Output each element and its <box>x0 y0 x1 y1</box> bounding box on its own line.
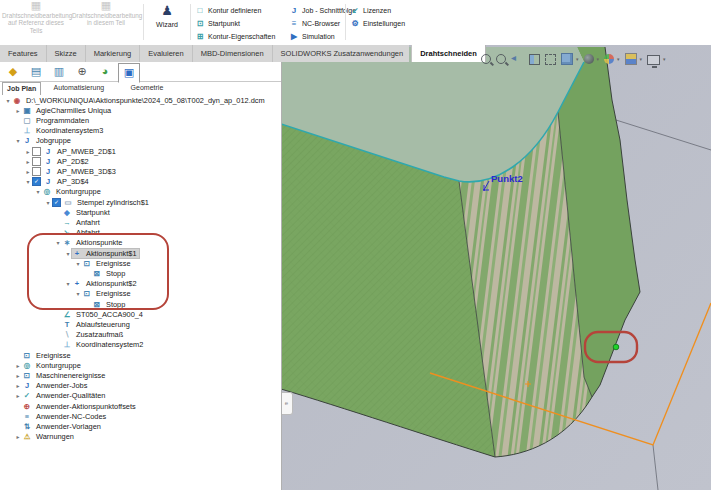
punkt2-point[interactable] <box>483 189 485 191</box>
job-tool-item[interactable]: ▶Simulation <box>289 32 335 44</box>
expander-icon[interactable]: ▾ <box>34 188 42 195</box>
tree-item-maschinenereignisse[interactable]: ▸⊡Maschinenereignisse <box>0 370 281 380</box>
dropdown-caret-icon[interactable]: ▾ <box>597 56 600 62</box>
dropdown-caret-icon[interactable]: ▾ <box>617 56 620 62</box>
dropdown-caret-icon[interactable]: ▾ <box>576 56 579 62</box>
graphics-viewport[interactable]: ▾▾▾▾▾ <box>281 45 711 490</box>
zoom-fit-icon[interactable] <box>481 54 491 64</box>
scene-icon[interactable] <box>625 53 637 65</box>
zoom-area-icon[interactable] <box>496 54 506 64</box>
ribbon-tab-solidworks-zusatzanwendungen[interactable]: SOLIDWORKS Zusatzanwendungen <box>273 45 413 62</box>
expander-icon[interactable]: ▾ <box>4 97 12 104</box>
tree-item-ereignisse[interactable]: ⊡Ereignisse <box>0 350 281 360</box>
tree-item-anfahrt[interactable]: →Anfahrt <box>0 217 281 227</box>
expander-icon[interactable]: ▸ <box>14 362 22 369</box>
expander-icon[interactable]: ▾ <box>44 199 52 206</box>
tree-checkbox[interactable]: ✓ <box>52 198 61 207</box>
cam-tree-icon[interactable]: ▣ <box>118 63 140 83</box>
tree-item-st050-acca900-4[interactable]: ∠ST050_ACCA900_4 <box>0 309 281 319</box>
tree-checkbox[interactable]: ✓ <box>32 177 41 186</box>
expander-icon[interactable]: ▸ <box>14 433 22 440</box>
expander-icon[interactable]: ▾ <box>14 137 22 144</box>
propertymanager-icon[interactable]: ▤ <box>26 63 46 80</box>
expander-icon[interactable]: ▾ <box>74 260 82 267</box>
expander-icon[interactable]: ▾ <box>64 250 72 257</box>
dropdown-caret-icon[interactable]: ▾ <box>663 56 666 62</box>
subtab-geometrie[interactable]: Geometrie <box>127 82 168 94</box>
tree-item-koordinatensystem3[interactable]: ⊥Koordinatensystem3 <box>0 126 281 136</box>
expander-icon[interactable]: ▸ <box>14 107 22 114</box>
tree-item-anwender-jobs[interactable]: ▸JAnwender-Jobs <box>0 381 281 391</box>
misc-tool-item[interactable]: ⚙Einstellungen <box>350 19 405 31</box>
action-point-marker[interactable] <box>613 344 619 350</box>
expander-icon[interactable]: ▸ <box>14 382 22 389</box>
dimxpert-icon[interactable]: ⊕ <box>72 63 92 80</box>
view-orientation-icon[interactable] <box>561 53 573 65</box>
expander-icon[interactable]: ▾ <box>54 239 62 246</box>
contour-tool-item[interactable]: ⊡Startpunkt <box>195 19 240 31</box>
tree-item-d-work-uniqua-aktionspunkte-2024-05-08-t[interactable]: ▾◉D:\_WORK\UNIQUA\Aktionspunkte\2024_05_… <box>0 95 281 105</box>
previous-view-icon[interactable] <box>511 52 524 65</box>
job-tool-item[interactable]: JJob - Schnittfolge <box>289 6 356 18</box>
subtab-automatisierung[interactable]: Automatisierung <box>50 82 109 94</box>
tree-item-stempel-zylindrisch-1[interactable]: ▾✓▭Stempel zylindrisch$1 <box>0 197 281 207</box>
tree-item-konturgruppe[interactable]: ▸◎Konturgruppe <box>0 360 281 370</box>
expander-icon[interactable]: ▾ <box>64 280 72 287</box>
tree-item-konturgruppe[interactable]: ▾◎Konturgruppe <box>0 187 281 197</box>
expander-icon[interactable]: ▸ <box>14 372 22 379</box>
tree-item-anwender-nc-codes[interactable]: ≡Anwender-NC-Codes <box>0 411 281 421</box>
ribbon-tab-drahtschneiden[interactable]: Drahtschneiden <box>412 45 486 62</box>
tree-item-ap-2d-2[interactable]: ▸JAP_2D$2 <box>0 156 281 166</box>
wirecut-in-part-button[interactable]: ▦ Drahtschneidbearbeitung in diesem Teil <box>72 2 140 27</box>
wirecut-on-reference-button[interactable]: ▦ Drahtschneidbearbeitung auf Referenz d… <box>2 2 70 34</box>
tree-item-jobgruppe[interactable]: ▾JJobgruppe <box>0 136 281 146</box>
tree-item-aktionspunkte[interactable]: ▾∗Aktionspunkte <box>0 238 281 248</box>
tree-item-abfahrt[interactable]: ↘Abfahrt <box>0 228 281 238</box>
expander-icon[interactable]: ▸ <box>24 158 32 165</box>
configurationmanager-icon[interactable]: ▥ <box>49 63 69 80</box>
tree-item-anwender-aktionspunktoffsets[interactable]: ⊕Anwender-Aktionspunktoffsets <box>0 401 281 411</box>
view-settings-icon[interactable] <box>647 55 660 65</box>
tree-item-anwender-qualit-ten[interactable]: ▸✓Anwender-Qualitäten <box>0 391 281 401</box>
tree-item-ap-mweb-2d-1[interactable]: ▸JAP_MWEB_2D$1 <box>0 146 281 156</box>
expander-icon[interactable]: ▸ <box>24 168 32 175</box>
dropdown-caret-icon[interactable]: ▾ <box>640 56 643 62</box>
contour-tool-item[interactable]: ⊞Kontur-Eigenschaften <box>195 32 275 44</box>
tree-item-warnungen[interactable]: ▸⚠Warnungen <box>0 432 281 442</box>
tree-item-ereignisse[interactable]: ▾⊡Ereignisse <box>0 289 281 299</box>
job-tool-item[interactable]: ≡NC-Browser <box>289 19 340 31</box>
expander-icon[interactable]: ▸ <box>14 392 22 399</box>
tree-checkbox[interactable] <box>32 157 41 166</box>
ribbon-tab-features[interactable]: Features <box>0 45 47 62</box>
featuremanager-icon[interactable]: ◆ <box>3 63 23 80</box>
subtab-job-plan[interactable]: Job Plan <box>2 82 41 95</box>
tree-item-ap-mweb-3d-3[interactable]: ▸JAP_MWEB_3D$3 <box>0 166 281 176</box>
appearance-icon[interactable] <box>604 54 614 64</box>
tree-item-agiecharmilles-uniqua[interactable]: ▸▣AgieCharmilles Uniqua <box>0 105 281 115</box>
wizard-button[interactable]: ♟ Wizard <box>146 2 188 28</box>
tree-item-aktionspunkt-2[interactable]: ▾+Aktionspunkt$2 <box>0 279 281 289</box>
misc-tool-item[interactable]: ↙Lizenzen <box>350 6 391 18</box>
expander-icon[interactable]: ▾ <box>74 290 82 297</box>
tree-checkbox[interactable] <box>32 147 41 156</box>
tree-item-anwender-vorlagen[interactable]: ⇅Anwender-Vorlagen <box>0 421 281 431</box>
annotation-views-icon[interactable] <box>545 54 556 65</box>
flyout-stub[interactable]: e <box>281 392 293 415</box>
ribbon-tab-evaluieren[interactable]: Evaluieren <box>140 45 192 62</box>
section-view-icon[interactable] <box>529 54 540 65</box>
tree-item-programmdaten[interactable]: ▢Programmdaten <box>0 115 281 125</box>
expander-icon[interactable]: ▾ <box>24 178 32 185</box>
tree-item-stopp[interactable]: ⊠Stopp <box>0 299 281 309</box>
tree-item-ablaufsteuerung[interactable]: TAblaufsteuerung <box>0 319 281 329</box>
tree-checkbox[interactable] <box>32 167 41 176</box>
ribbon-tab-skizze[interactable]: Skizze <box>47 45 86 62</box>
tree-item-ap-3d-4[interactable]: ▾✓JAP_3D$4 <box>0 177 281 187</box>
tree-item-koordinatensystem2[interactable]: ⊥Koordinatensystem2 <box>0 340 281 350</box>
tree-item-zusatzaufma-[interactable]: ∖Zusatzaufmaß <box>0 330 281 340</box>
contour-tool-item[interactable]: □Kontur definieren <box>195 6 261 18</box>
tree-item-startpunkt[interactable]: ◆Startpunkt <box>0 207 281 217</box>
tree-item-stopp[interactable]: ⊠Stopp <box>0 268 281 278</box>
expander-icon[interactable]: ▸ <box>24 148 32 155</box>
display-style-icon[interactable] <box>584 54 594 64</box>
displaymanager-icon[interactable]: ◕ <box>95 63 115 80</box>
